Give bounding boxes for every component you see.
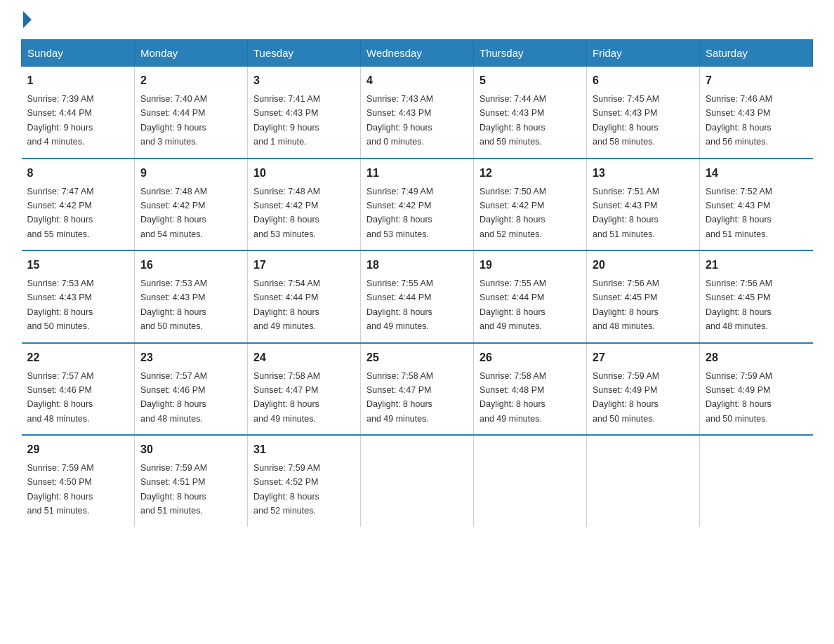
day-number: 8 <box>27 165 129 182</box>
calendar-day-cell: 9 Sunrise: 7:48 AMSunset: 4:42 PMDayligh… <box>135 159 248 251</box>
day-number: 7 <box>706 72 807 89</box>
day-info: Sunrise: 7:50 AMSunset: 4:42 PMDaylight:… <box>479 187 546 239</box>
day-info: Sunrise: 7:52 AMSunset: 4:43 PMDaylight:… <box>706 187 772 239</box>
calendar-day-cell: 5 Sunrise: 7:44 AMSunset: 4:43 PMDayligh… <box>474 67 587 159</box>
calendar-day-cell: 1 Sunrise: 7:39 AMSunset: 4:44 PMDayligh… <box>22 67 135 159</box>
day-number: 27 <box>593 349 694 366</box>
calendar-day-cell: 28 Sunrise: 7:59 AMSunset: 4:49 PMDaylig… <box>700 343 813 436</box>
day-number: 5 <box>479 72 581 89</box>
day-info: Sunrise: 7:57 AMSunset: 4:46 PMDaylight:… <box>140 371 207 424</box>
day-number: 28 <box>706 349 807 366</box>
day-number: 3 <box>253 72 355 89</box>
day-info: Sunrise: 7:55 AMSunset: 4:44 PMDaylight:… <box>479 279 546 331</box>
day-of-week-header: Sunday <box>22 40 135 67</box>
calendar-day-cell: 6 Sunrise: 7:45 AMSunset: 4:43 PMDayligh… <box>587 67 700 159</box>
day-number: 16 <box>140 257 241 274</box>
calendar-day-cell: 17 Sunrise: 7:54 AMSunset: 4:44 PMDaylig… <box>248 250 361 343</box>
calendar-day-cell: 22 Sunrise: 7:57 AMSunset: 4:46 PMDaylig… <box>22 343 135 436</box>
calendar-day-cell: 8 Sunrise: 7:47 AMSunset: 4:42 PMDayligh… <box>22 159 135 251</box>
day-of-week-header: Wednesday <box>361 40 474 67</box>
calendar-day-cell: 2 Sunrise: 7:40 AMSunset: 4:44 PMDayligh… <box>135 67 248 159</box>
day-number: 10 <box>253 165 355 182</box>
calendar-day-cell: 11 Sunrise: 7:49 AMSunset: 4:42 PMDaylig… <box>361 159 474 251</box>
days-of-week-row: SundayMondayTuesdayWednesdayThursdayFrid… <box>22 40 813 67</box>
calendar-day-cell <box>361 435 474 527</box>
logo-triangle-icon <box>23 11 32 28</box>
day-info: Sunrise: 7:56 AMSunset: 4:45 PMDaylight:… <box>706 279 772 331</box>
day-info: Sunrise: 7:56 AMSunset: 4:45 PMDaylight:… <box>593 279 659 331</box>
day-number: 19 <box>479 257 581 274</box>
day-of-week-header: Saturday <box>700 40 813 67</box>
day-info: Sunrise: 7:48 AMSunset: 4:42 PMDaylight:… <box>253 187 320 239</box>
day-number: 1 <box>27 72 129 89</box>
day-info: Sunrise: 7:59 AMSunset: 4:49 PMDaylight:… <box>593 371 659 424</box>
day-of-week-header: Thursday <box>474 40 587 67</box>
day-number: 25 <box>366 349 468 366</box>
calendar-week-row: 8 Sunrise: 7:47 AMSunset: 4:42 PMDayligh… <box>22 159 813 251</box>
day-info: Sunrise: 7:43 AMSunset: 4:43 PMDaylight:… <box>366 94 433 147</box>
day-number: 29 <box>27 441 129 458</box>
calendar-day-cell: 18 Sunrise: 7:55 AMSunset: 4:44 PMDaylig… <box>361 250 474 343</box>
calendar-day-cell: 13 Sunrise: 7:51 AMSunset: 4:43 PMDaylig… <box>587 159 700 251</box>
day-number: 17 <box>253 257 355 274</box>
calendar-day-cell: 3 Sunrise: 7:41 AMSunset: 4:43 PMDayligh… <box>248 67 361 159</box>
day-number: 6 <box>593 72 694 89</box>
day-info: Sunrise: 7:49 AMSunset: 4:42 PMDaylight:… <box>366 187 433 239</box>
day-info: Sunrise: 7:58 AMSunset: 4:47 PMDaylight:… <box>253 371 320 424</box>
day-info: Sunrise: 7:54 AMSunset: 4:44 PMDaylight:… <box>253 279 320 331</box>
day-info: Sunrise: 7:47 AMSunset: 4:42 PMDaylight:… <box>27 187 94 239</box>
day-info: Sunrise: 7:59 AMSunset: 4:50 PMDaylight:… <box>27 463 94 516</box>
day-info: Sunrise: 7:48 AMSunset: 4:42 PMDaylight:… <box>140 187 207 239</box>
calendar-day-cell: 16 Sunrise: 7:53 AMSunset: 4:43 PMDaylig… <box>135 250 248 343</box>
calendar-day-cell: 14 Sunrise: 7:52 AMSunset: 4:43 PMDaylig… <box>700 159 813 251</box>
day-number: 26 <box>479 349 581 366</box>
day-info: Sunrise: 7:58 AMSunset: 4:48 PMDaylight:… <box>479 371 546 424</box>
calendar-day-cell: 25 Sunrise: 7:58 AMSunset: 4:47 PMDaylig… <box>361 343 474 436</box>
day-info: Sunrise: 7:53 AMSunset: 4:43 PMDaylight:… <box>27 279 94 331</box>
day-info: Sunrise: 7:51 AMSunset: 4:43 PMDaylight:… <box>593 187 659 239</box>
calendar-week-row: 22 Sunrise: 7:57 AMSunset: 4:46 PMDaylig… <box>22 343 813 436</box>
day-of-week-header: Tuesday <box>248 40 361 67</box>
day-number: 18 <box>366 257 468 274</box>
calendar-day-cell: 24 Sunrise: 7:58 AMSunset: 4:47 PMDaylig… <box>248 343 361 436</box>
calendar-day-cell: 21 Sunrise: 7:56 AMSunset: 4:45 PMDaylig… <box>700 250 813 343</box>
day-info: Sunrise: 7:59 AMSunset: 4:52 PMDaylight:… <box>253 463 320 516</box>
day-number: 13 <box>593 165 694 182</box>
calendar-day-cell: 23 Sunrise: 7:57 AMSunset: 4:46 PMDaylig… <box>135 343 248 436</box>
day-number: 4 <box>366 72 468 89</box>
day-number: 15 <box>27 257 129 274</box>
day-info: Sunrise: 7:40 AMSunset: 4:44 PMDaylight:… <box>140 94 207 147</box>
day-info: Sunrise: 7:39 AMSunset: 4:44 PMDaylight:… <box>27 94 94 147</box>
calendar-day-cell: 29 Sunrise: 7:59 AMSunset: 4:50 PMDaylig… <box>22 435 135 527</box>
day-info: Sunrise: 7:59 AMSunset: 4:49 PMDaylight:… <box>706 371 772 424</box>
calendar-day-cell: 4 Sunrise: 7:43 AMSunset: 4:43 PMDayligh… <box>361 67 474 159</box>
calendar-day-cell: 15 Sunrise: 7:53 AMSunset: 4:43 PMDaylig… <box>22 250 135 343</box>
calendar-day-cell: 12 Sunrise: 7:50 AMSunset: 4:42 PMDaylig… <box>474 159 587 251</box>
calendar-day-cell: 30 Sunrise: 7:59 AMSunset: 4:51 PMDaylig… <box>135 435 248 527</box>
day-info: Sunrise: 7:59 AMSunset: 4:51 PMDaylight:… <box>140 463 207 516</box>
day-number: 24 <box>253 349 355 366</box>
calendar-table: SundayMondayTuesdayWednesdayThursdayFrid… <box>21 39 813 527</box>
calendar-day-cell <box>474 435 587 527</box>
calendar-week-row: 1 Sunrise: 7:39 AMSunset: 4:44 PMDayligh… <box>22 67 813 159</box>
calendar-header: SundayMondayTuesdayWednesdayThursdayFrid… <box>22 40 813 67</box>
day-number: 2 <box>140 72 241 89</box>
day-info: Sunrise: 7:41 AMSunset: 4:43 PMDaylight:… <box>253 94 320 147</box>
day-info: Sunrise: 7:44 AMSunset: 4:43 PMDaylight:… <box>479 94 546 147</box>
calendar-week-row: 29 Sunrise: 7:59 AMSunset: 4:50 PMDaylig… <box>22 435 813 527</box>
day-number: 23 <box>140 349 241 366</box>
day-number: 30 <box>140 441 241 458</box>
calendar-day-cell: 20 Sunrise: 7:56 AMSunset: 4:45 PMDaylig… <box>587 250 700 343</box>
calendar-day-cell: 7 Sunrise: 7:46 AMSunset: 4:43 PMDayligh… <box>700 67 813 159</box>
day-info: Sunrise: 7:45 AMSunset: 4:43 PMDaylight:… <box>593 94 659 147</box>
day-number: 14 <box>706 165 807 182</box>
day-info: Sunrise: 7:55 AMSunset: 4:44 PMDaylight:… <box>366 279 433 331</box>
day-number: 11 <box>366 165 468 182</box>
day-number: 31 <box>253 441 355 458</box>
day-info: Sunrise: 7:53 AMSunset: 4:43 PMDaylight:… <box>140 279 207 331</box>
day-info: Sunrise: 7:46 AMSunset: 4:43 PMDaylight:… <box>706 94 772 147</box>
day-info: Sunrise: 7:57 AMSunset: 4:46 PMDaylight:… <box>27 371 94 424</box>
calendar-day-cell: 26 Sunrise: 7:58 AMSunset: 4:48 PMDaylig… <box>474 343 587 436</box>
calendar-week-row: 15 Sunrise: 7:53 AMSunset: 4:43 PMDaylig… <box>22 250 813 343</box>
day-number: 21 <box>706 257 807 274</box>
